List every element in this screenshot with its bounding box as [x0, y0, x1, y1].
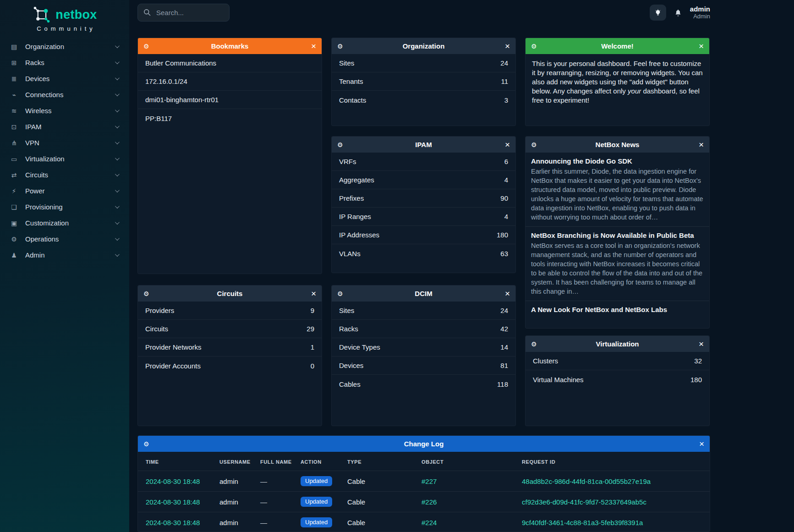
stat-label-link[interactable]: Prefixes — [339, 194, 364, 202]
changelog-fullname: — — [257, 492, 297, 512]
stat-label-link[interactable]: Tenants — [339, 77, 363, 85]
stat-count-link[interactable]: 0 — [311, 362, 314, 370]
stat-count-link[interactable]: 29 — [307, 325, 314, 333]
stat-label-link[interactable]: Cables — [339, 380, 361, 388]
changelog-header-row: TIMEUSERNAMEFULL NAMEACTIONTYPEOBJECTREQ… — [138, 452, 710, 471]
changelog-request-id-link[interactable]: cf92d3e6-d09d-41fc-9fd7-52337649ab5c — [522, 498, 646, 506]
changelog-object-link[interactable]: #226 — [422, 498, 437, 506]
stat-label-link[interactable]: Aggregates — [339, 176, 374, 184]
widget-close-icon[interactable]: × — [699, 42, 704, 50]
stat-count-link[interactable]: 6 — [504, 158, 508, 165]
sidebar-item-racks[interactable]: ⊞Racks — [0, 55, 129, 71]
widget-config-gear-icon[interactable]: ⚙ — [143, 441, 149, 447]
widget-config-gear-icon[interactable]: ⚙ — [143, 43, 149, 49]
theme-toggle-button[interactable] — [650, 5, 666, 21]
changelog-object-link[interactable]: #227 — [422, 477, 437, 485]
stat-count-link[interactable]: 90 — [500, 194, 508, 202]
bookmark-link[interactable]: dmi01-binghamton-rtr01 — [145, 96, 219, 104]
chevron-down-icon — [115, 252, 120, 257]
widget-close-icon[interactable]: × — [505, 42, 510, 50]
widget-config-gear-icon[interactable]: ⚙ — [531, 43, 537, 49]
stat-count-link[interactable]: 24 — [500, 307, 508, 314]
stat-label-link[interactable]: Devices — [339, 362, 363, 369]
widget-close-icon[interactable]: × — [311, 42, 316, 50]
search-input[interactable] — [137, 4, 230, 22]
sidebar-item-organization[interactable]: ▤Organization — [0, 38, 129, 55]
stat-count-link[interactable]: 81 — [500, 362, 508, 369]
changelog-request-id-link[interactable]: 48ad8b2c-986d-44fd-81ca-00d55b27e19a — [522, 477, 651, 485]
stat-label-link[interactable]: Sites — [339, 59, 354, 67]
stat-count-link[interactable]: 118 — [497, 380, 508, 388]
stat-count-link[interactable]: 42 — [500, 325, 508, 333]
sidebar-item-admin[interactable]: ♟Admin — [0, 247, 129, 263]
stat-count-link[interactable]: 1 — [311, 343, 314, 351]
sidebar-item-customization[interactable]: ▣Customization — [0, 215, 129, 231]
circuit-swap-icon: ⇄ — [10, 171, 18, 179]
stat-count-link[interactable]: 63 — [500, 250, 508, 258]
widget-config-gear-icon[interactable]: ⚙ — [337, 142, 343, 148]
stat-label-link[interactable]: Sites — [339, 307, 354, 314]
stat-label-link[interactable]: Contacts — [339, 96, 366, 104]
stat-count-link[interactable]: 24 — [500, 59, 508, 67]
changelog-time-link[interactable]: 2024-08-30 18:48 — [146, 498, 200, 506]
widget-config-gear-icon[interactable]: ⚙ — [337, 291, 343, 297]
bookmark-link[interactable]: PP:B117 — [145, 115, 172, 122]
sidebar-item-ipam[interactable]: ⊡IPAM — [0, 119, 129, 135]
widget-close-icon[interactable]: × — [699, 439, 704, 448]
brand[interactable]: netbox Community — [0, 5, 129, 32]
stat-label-link[interactable]: IP Ranges — [339, 213, 371, 220]
widget-close-icon[interactable]: × — [505, 289, 510, 298]
chevron-down-icon — [115, 156, 120, 160]
stat-count-link[interactable]: 11 — [501, 77, 508, 85]
news-headline-link[interactable]: A New Look For NetBox and NetBox Labs — [531, 305, 704, 314]
changelog-time-link[interactable]: 2024-08-30 18:48 — [146, 519, 200, 527]
chevron-down-icon — [115, 172, 120, 176]
widget-config-gear-icon[interactable]: ⚙ — [337, 43, 343, 49]
stat-count-link[interactable]: 4 — [504, 176, 508, 184]
stat-label-link[interactable]: Virtual Machines — [533, 376, 584, 384]
widget-close-icon[interactable]: × — [699, 340, 704, 348]
widget-config-gear-icon[interactable]: ⚙ — [531, 142, 537, 148]
sidebar-item-provisioning[interactable]: ❏Provisioning — [0, 199, 129, 215]
notifications-bell-icon[interactable] — [674, 9, 682, 17]
stat-label-link[interactable]: Circuits — [145, 325, 168, 333]
changelog-request-id-link[interactable]: 9cf40fdf-3461-4c88-81a3-5feb39f8391a — [522, 519, 643, 527]
bookmark-link[interactable]: 172.16.0.1/24 — [145, 77, 187, 85]
bookmark-link[interactable]: Butler Communications — [145, 59, 216, 67]
widget-config-gear-icon[interactable]: ⚙ — [143, 291, 149, 297]
sidebar-item-circuits[interactable]: ⇄Circuits — [0, 167, 129, 183]
changelog-object-link[interactable]: #224 — [422, 519, 437, 527]
sidebar-item-power[interactable]: ⚡Power — [0, 183, 129, 199]
widget-close-icon[interactable]: × — [699, 140, 704, 149]
stat-count-link[interactable]: 3 — [504, 96, 508, 104]
stat-count-link[interactable]: 180 — [497, 231, 508, 239]
news-headline-link[interactable]: NetBox Branching is Now Available in Pub… — [531, 231, 704, 240]
widget-close-icon[interactable]: × — [311, 289, 316, 298]
stat-label-link[interactable]: Provider Accounts — [145, 362, 201, 370]
chevron-down-icon — [115, 124, 120, 128]
sidebar-item-devices[interactable]: ≣Devices — [0, 71, 129, 87]
stat-label-link[interactable]: Providers — [145, 307, 174, 314]
user-menu[interactable]: admin Admin — [690, 5, 710, 20]
changelog-time-link[interactable]: 2024-08-30 18:48 — [146, 477, 200, 485]
sidebar-item-wireless[interactable]: ≋Wireless — [0, 103, 129, 119]
stat-count-link[interactable]: 4 — [504, 213, 508, 220]
stat-label-link[interactable]: VRFs — [339, 158, 356, 165]
sidebar-item-operations[interactable]: ⚙Operations — [0, 231, 129, 247]
sidebar-item-virtualization[interactable]: ▭Virtualization — [0, 151, 129, 167]
stat-label-link[interactable]: Clusters — [533, 357, 558, 365]
stat-label-link[interactable]: Racks — [339, 325, 358, 333]
sidebar-item-connections[interactable]: ⌁Connections — [0, 87, 129, 103]
stat-count-link[interactable]: 180 — [690, 376, 702, 384]
widget-config-gear-icon[interactable]: ⚙ — [531, 341, 537, 347]
stat-label-link[interactable]: VLANs — [339, 250, 361, 258]
stat-count-link[interactable]: 14 — [500, 343, 508, 351]
stat-label-link[interactable]: Device Types — [339, 343, 380, 351]
stat-count-link[interactable]: 9 — [311, 307, 314, 314]
news-headline-link[interactable]: Announcing the Diode Go SDK — [531, 157, 704, 166]
stat-label-link[interactable]: Provider Networks — [145, 343, 202, 351]
stat-count-link[interactable]: 32 — [694, 357, 702, 365]
stat-label-link[interactable]: IP Addresses — [339, 231, 379, 239]
widget-close-icon[interactable]: × — [505, 140, 510, 149]
sidebar-item-vpn[interactable]: ⋔VPN — [0, 135, 129, 151]
